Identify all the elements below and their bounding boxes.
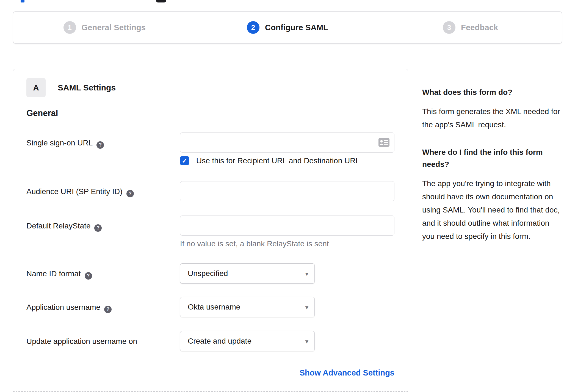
chevron-down-icon: ▾ — [305, 304, 308, 311]
single-sign-on-url-label: Single sign-on URL? — [26, 132, 180, 149]
show-advanced-settings-link[interactable]: Show Advanced Settings — [300, 368, 394, 377]
default-relaystate-input[interactable] — [180, 216, 394, 236]
section-header: A SAML Settings — [26, 78, 408, 97]
single-sign-on-url-input[interactable] — [180, 132, 394, 153]
address-card-icon — [378, 138, 389, 148]
field-row-name-id-format: Name ID format? Unspecified ▾ — [26, 263, 408, 284]
step-3-label: Feedback — [461, 23, 498, 32]
audience-uri-input[interactable] — [180, 181, 394, 201]
step-3-number-badge: 3 — [443, 21, 455, 34]
recipient-url-checkbox-label: Use this for Recipient URL and Destinati… — [196, 156, 360, 165]
step-feedback: 3 Feedback — [379, 12, 562, 43]
general-heading: General — [26, 108, 408, 118]
saml-settings-card: A SAML Settings General Single sign-on U… — [13, 69, 408, 392]
step-2-label: Configure SAML — [265, 23, 328, 32]
field-row-update-application-username: Update application username on Create an… — [26, 331, 408, 351]
sidebar-body-what: This form generates the XML needed for t… — [422, 105, 563, 131]
name-id-format-select[interactable]: Unspecified ▾ — [180, 263, 315, 284]
step-1-number-badge: 1 — [63, 21, 76, 34]
chevron-down-icon: ▾ — [305, 270, 308, 278]
field-row-default-relaystate: Default RelayState? If no value is set, … — [26, 216, 408, 248]
sidebar-body-where: The app you're trying to integrate with … — [422, 177, 563, 243]
application-username-select[interactable]: Okta username ▾ — [180, 297, 315, 317]
update-application-username-select[interactable]: Create and update ▾ — [180, 331, 315, 351]
name-id-format-value: Unspecified — [188, 269, 228, 278]
help-icon[interactable]: ? — [96, 141, 104, 149]
wizard-stepper: 1 General Settings 2 Configure SAML 3 Fe… — [13, 11, 562, 44]
field-row-application-username: Application username? Okta username ▾ — [26, 297, 408, 317]
field-row-single-sign-on-url: Single sign-on URL? ✓ Use — [26, 132, 408, 165]
default-relaystate-label: Default RelayState? — [26, 216, 180, 232]
section-a-badge: A — [26, 78, 46, 97]
help-icon[interactable]: ? — [126, 190, 134, 197]
step-1-label: General Settings — [82, 23, 146, 32]
help-icon[interactable]: ? — [94, 224, 102, 232]
step-general-settings: 1 General Settings — [13, 12, 196, 43]
step-2-number-badge: 2 — [247, 21, 259, 34]
audience-uri-label: Audience URI (SP Entity ID)? — [26, 181, 180, 197]
field-row-audience-uri: Audience URI (SP Entity ID)? — [26, 181, 408, 201]
sidebar-heading-where: Where do I find the info this form needs… — [422, 146, 563, 170]
step-configure-saml: 2 Configure SAML — [196, 12, 379, 43]
application-username-value: Okta username — [188, 303, 240, 311]
sidebar-heading-what: What does this form do? — [422, 86, 563, 98]
update-application-username-label: Update application username on — [26, 331, 180, 346]
chevron-down-icon: ▾ — [305, 338, 308, 345]
name-id-format-label: Name ID format? — [26, 263, 180, 280]
application-username-label: Application username? — [26, 297, 180, 313]
help-sidebar: What does this form do? This form genera… — [422, 86, 563, 258]
help-icon[interactable]: ? — [104, 306, 112, 313]
section-title: SAML Settings — [58, 83, 116, 92]
help-icon[interactable]: ? — [85, 272, 92, 280]
cutoff-blue-logo-fragment — [21, 0, 24, 2]
recipient-url-checkbox-row: ✓ Use this for Recipient URL and Destina… — [180, 156, 394, 165]
recipient-url-checkbox[interactable]: ✓ — [180, 156, 189, 165]
cutoff-dark-header-fragment — [156, 0, 166, 2]
update-application-username-value: Create and update — [188, 337, 251, 346]
relaystate-helper-text: If no value is set, a blank RelayState i… — [180, 239, 394, 248]
